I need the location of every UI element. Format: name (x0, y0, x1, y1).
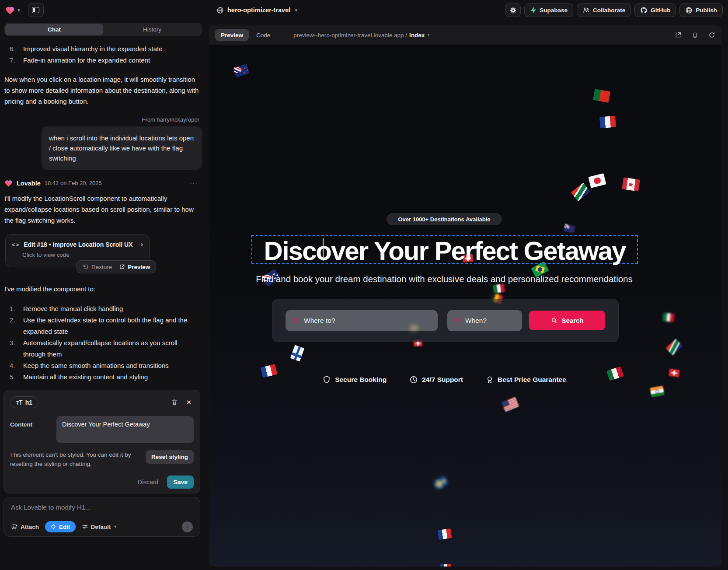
preview-url[interactable]: preview--hero-optimizer-travel.lovable.a… (293, 32, 430, 38)
chat-sidebar: Chat History 6.Improved visual hierarchy… (0, 20, 206, 570)
location-pin-icon (292, 317, 300, 324)
list-number: 5. (10, 371, 23, 383)
sliders-icon (82, 524, 88, 530)
save-button[interactable]: Save (167, 476, 194, 489)
edit-card-title: Edit #18 • Improve Location Scroll UX (24, 241, 132, 248)
when-input[interactable] (465, 317, 516, 325)
settings-button[interactable] (505, 3, 521, 17)
assistant-name: Lovable (17, 180, 41, 187)
from-user-label: From harrymckayroper (4, 116, 202, 123)
list-item: 2.Use the activeIndex state to control b… (4, 315, 202, 337)
model-default-selector[interactable]: Default ▼ (82, 524, 118, 530)
element-tag-pill[interactable]: TT h1 (10, 396, 38, 408)
topbar: ▼ hero-optimizer-travel ▼ S (0, 0, 728, 20)
list-item-text: Remove the manual click handling (23, 303, 123, 315)
trust-badge: Secure Booking (322, 375, 387, 384)
publish-globe-icon (685, 7, 693, 14)
lovable-heart-icon (4, 179, 13, 187)
preview-version-button[interactable]: Preview (119, 264, 150, 270)
list-item-text: Fade-in animation for the expanded conte… (23, 55, 150, 66)
lovable-logo-menu[interactable]: ▼ (5, 6, 21, 14)
restore-preview-pill: Restore Preview (77, 260, 156, 273)
content-field-label: Content (10, 416, 50, 443)
external-link-icon (119, 264, 125, 270)
hero-subtitle: Find and book your dream destination wit… (226, 274, 663, 284)
globe-icon (216, 7, 224, 14)
github-button[interactable]: GitHub (634, 3, 676, 17)
hero-heading[interactable]: Discover Your Perfect Getaway (251, 236, 638, 266)
arrow-up-icon: ↑ (186, 523, 189, 530)
list-number: 2. (10, 315, 23, 337)
where-to-input[interactable] (304, 317, 431, 325)
lovable-heart-icon (5, 6, 15, 14)
magnifier-icon (551, 317, 557, 324)
when-field[interactable] (447, 310, 522, 331)
list-item-text: Improved visual hierarchy in the expande… (23, 43, 163, 55)
gear-icon (509, 7, 517, 14)
search-button[interactable]: Search (529, 311, 605, 330)
close-panel-button[interactable]: × (187, 398, 191, 407)
list-number: 1. (10, 303, 23, 315)
tab-preview[interactable]: Preview (215, 29, 249, 41)
list-item: 7.Fade-in animation for the expanded con… (4, 55, 202, 66)
list-item: 1.Remove the manual click handling (4, 303, 202, 315)
message-menu-button[interactable]: ··· (190, 179, 202, 187)
trust-badges-row: Secure Booking24/7 SupportBest Price Gua… (226, 375, 663, 384)
project-switcher[interactable]: hero-optimizer-travel ▼ (216, 0, 298, 20)
preview-toolbar: Preview Code preview--hero-optimizer-tra… (209, 25, 721, 45)
trust-badge-label: Best Price Guarantee (498, 376, 566, 384)
project-name: hero-optimizer-travel (227, 7, 290, 14)
assistant-modified-intro: I've modified the component to: (4, 285, 202, 293)
chevron-down-icon: ▼ (294, 8, 298, 13)
tab-history[interactable]: History (103, 24, 201, 35)
trust-badge: 24/7 Support (409, 375, 463, 384)
list-number: 3. (10, 337, 23, 360)
where-to-field[interactable] (286, 310, 438, 331)
attach-button[interactable]: Attach (11, 524, 39, 530)
chevron-right-icon: › (141, 241, 143, 248)
list-item: 4.Keep the same smooth animations and tr… (4, 360, 202, 371)
reset-styling-button[interactable]: Reset styling (146, 450, 194, 464)
discard-button[interactable]: Discard (138, 479, 158, 486)
chat-history-tabs: Chat History (4, 23, 202, 36)
chat-prompt-input[interactable] (11, 504, 193, 511)
chat-input-box: Attach Edit Default ▼ ↑ (3, 497, 200, 537)
list-item-text: Use the activeIndex state to control bot… (23, 315, 196, 337)
list-number: 4. (10, 360, 23, 371)
open-in-new-tab-button[interactable] (675, 31, 682, 38)
edit-mode-button[interactable]: Edit (45, 521, 76, 532)
edit-card-subtitle: Click to view code (22, 252, 143, 258)
tab-code[interactable]: Code (251, 29, 276, 41)
supabase-button[interactable]: Supabase (524, 3, 573, 17)
list-number: 7. (10, 55, 23, 66)
list-item-text: Maintain all the existing content and st… (23, 371, 148, 383)
publish-button[interactable]: Publish (679, 3, 723, 17)
restore-button[interactable]: Restore (83, 264, 112, 270)
list-item: 3.Automatically expand/collapse location… (4, 337, 202, 360)
code-brackets-icon: <> (12, 241, 19, 248)
destinations-badge: Over 1000+ Destinations Available (387, 213, 502, 225)
assistant-intro: I'll modify the LocationScroll component… (4, 193, 202, 226)
sidebar-panel-icon (32, 7, 39, 13)
calendar-icon (454, 317, 461, 324)
toggle-sidebar-button[interactable] (28, 3, 44, 17)
collaborate-people-icon (582, 7, 590, 14)
shield-icon (322, 375, 331, 384)
content-field-input[interactable]: Discover Your Perfect Getaway (56, 416, 194, 443)
message-timestamp: 18:42 on Feb 20, 2025 (45, 180, 102, 186)
element-editor-panel: TT h1 × Content Discover Your Perfect Ge… (3, 390, 200, 493)
award-icon (486, 375, 494, 384)
delete-element-button[interactable] (171, 399, 178, 406)
assistant-steps-list: 1.Remove the manual click handling2.Use … (4, 303, 202, 383)
user-message-bubble: when i scroll into the individual locati… (42, 126, 202, 170)
chevron-down-icon: ▼ (113, 525, 117, 529)
refresh-button[interactable] (708, 31, 715, 38)
tab-chat[interactable]: Chat (5, 24, 103, 35)
list-item: 6.Improved visual hierarchy in the expan… (4, 43, 202, 55)
preview-viewport: Over 1000+ Destinations Available Discov… (209, 45, 721, 567)
chevron-down-icon: ▼ (17, 8, 21, 13)
send-button[interactable]: ↑ (182, 521, 193, 532)
assistant-message-header: Lovable 18:42 on Feb 20, 2025 ··· (4, 179, 202, 187)
mobile-view-button[interactable] (692, 31, 698, 39)
collaborate-button[interactable]: Collaborate (577, 3, 631, 17)
